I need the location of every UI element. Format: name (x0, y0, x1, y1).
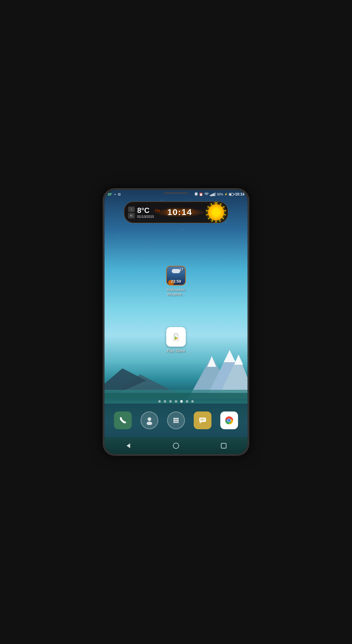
halloween-app-label: HalloweenWeather... (167, 287, 185, 296)
page-indicators (105, 400, 248, 403)
svg-rect-41 (221, 443, 226, 448)
svg-point-24 (177, 418, 178, 419)
messages-icon (198, 416, 207, 425)
status-time: 10:14 (235, 192, 244, 196)
svg-point-20 (148, 417, 151, 421)
back-button[interactable] (121, 440, 136, 452)
status-bar: 16° ⌁ ⚅ (105, 190, 248, 199)
dock-contacts[interactable] (141, 411, 158, 429)
phone-frame: 16° ⌁ ⚅ (103, 188, 249, 456)
icon-date-number: 17 (180, 268, 183, 271)
svg-point-30 (177, 422, 178, 423)
battery-percent: 50% (217, 193, 223, 196)
svg-point-25 (173, 420, 175, 421)
messages-icon-bg (194, 411, 211, 429)
phone-icon (118, 416, 127, 425)
svg-rect-31 (199, 418, 206, 422)
screen: 16° ⌁ ⚅ (105, 190, 248, 454)
dock-messages[interactable] (194, 411, 211, 429)
nav-bar (105, 437, 248, 454)
svg-point-29 (175, 422, 177, 423)
page-dot-7[interactable] (191, 400, 194, 403)
usb-icon: ⌁ (114, 192, 116, 196)
recents-button[interactable] (216, 440, 231, 452)
status-left: 16° ⌁ ⚅ (108, 192, 121, 196)
chrome-icon-bg (220, 411, 238, 429)
svg-point-28 (173, 422, 175, 423)
dock-phone[interactable] (114, 411, 132, 429)
page-dot-6[interactable] (186, 400, 188, 403)
status-right: ⏰ (195, 192, 244, 196)
vibrate-icon (195, 192, 198, 196)
chrome-icon (223, 415, 235, 426)
page-dot-1[interactable] (158, 400, 161, 403)
app-drawer-icon (172, 416, 180, 425)
svg-point-40 (173, 443, 179, 449)
homescreen-content: 17 23:59 HalloweenWeather... (105, 199, 248, 414)
svg-point-22 (173, 418, 175, 419)
page-dot-4[interactable] (175, 400, 177, 403)
dock-chrome[interactable] (220, 411, 238, 429)
svg-rect-11 (196, 193, 197, 195)
page-dot-3[interactable] (169, 400, 172, 403)
icon-time: 23:59 (171, 279, 181, 284)
home-button[interactable] (168, 440, 184, 452)
playstore-app[interactable]: Play Store (166, 327, 186, 353)
battery-bolt-icon: ⚡ (224, 193, 228, 196)
signal-icon (210, 192, 216, 196)
halloween-app-icon: 17 23:59 (166, 266, 186, 285)
contacts-icon (145, 416, 154, 425)
svg-point-26 (175, 420, 177, 421)
svg-point-21 (147, 422, 152, 425)
page-dot-2[interactable] (164, 400, 166, 403)
dock (105, 404, 248, 437)
svg-point-38 (228, 419, 231, 422)
alarm-icon: ⏰ (199, 192, 203, 196)
svg-point-27 (177, 420, 178, 421)
playstore-app-icon (166, 327, 186, 347)
halloween-weather-app[interactable]: 17 23:59 HalloweenWeather... (166, 266, 186, 296)
playstore-app-label: Play Store (167, 348, 185, 353)
temperature-status: 16° (108, 193, 112, 196)
battery-icon (229, 193, 234, 196)
wifi-icon (204, 192, 209, 196)
svg-marker-39 (127, 443, 130, 448)
svg-point-23 (175, 418, 177, 419)
app-drawer-icon-bg (167, 411, 185, 429)
phone-icon-bg (114, 411, 132, 429)
svg-marker-34 (199, 422, 202, 424)
dock-app-drawer[interactable] (167, 411, 185, 429)
bug-icon: ⚅ (118, 193, 121, 196)
contacts-icon-bg (141, 411, 158, 429)
page-dot-5-active[interactable] (180, 400, 183, 403)
